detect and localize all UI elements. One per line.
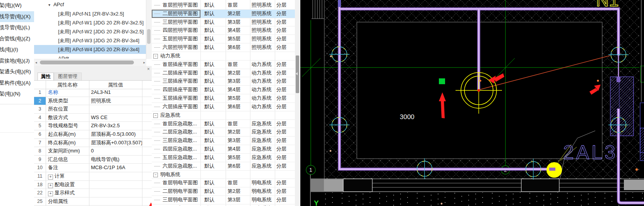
sheet-row[interactable]: 六层插座平面图默认第6层动力系统分层 bbox=[152, 103, 295, 111]
sheet-row[interactable]: 首层插座平面图默认首层动力系统分层 bbox=[152, 61, 295, 69]
property-row-25[interactable]: 25分组属性 bbox=[34, 197, 152, 206]
property-row-4[interactable]: 4敷设方式WS CE bbox=[34, 114, 152, 122]
collapse-minus-icon[interactable]: − bbox=[153, 54, 158, 59]
sheet-system: 应急系统 bbox=[252, 128, 274, 136]
property-row-9[interactable]: 9汇总信息电线导管(电) bbox=[34, 156, 152, 164]
sheet-row[interactable]: 二层弱电平面图默认第2层弱电系统分层 bbox=[152, 187, 295, 196]
tree-horizontal-scrollbar[interactable]: ◂ ▸ bbox=[34, 59, 146, 66]
chevron-down-icon[interactable]: ▾ bbox=[48, 0, 52, 10]
sheet-group-row[interactable]: −弱电系统 bbox=[152, 171, 295, 179]
sheet-row[interactable]: 四层照明平面图默认第4层照明系统分层 bbox=[152, 26, 295, 35]
sheet-row[interactable]: 四层插座平面图默认第4层动力系统分层 bbox=[152, 86, 295, 94]
tree-group-apcf[interactable]: ▾ APcf bbox=[34, 0, 152, 9]
sheet-row[interactable]: 三层应急疏散...默认第3层应急系统分层 bbox=[152, 137, 295, 145]
tree-item-4[interactable]: [未用] APcf-W4 [JDG 20 ZR-BV-3x4] bbox=[34, 45, 152, 54]
sidebar-item-1[interactable]: 线导管(电)(X) bbox=[0, 11, 34, 23]
collapse-minus-icon[interactable]: − bbox=[153, 113, 158, 118]
sheet-row[interactable]: 首层弱电平面图默认首层弱电系统分层 bbox=[152, 179, 295, 187]
expand-plus-icon[interactable]: + bbox=[48, 175, 53, 180]
sheet-floor: 第5层 bbox=[228, 35, 249, 43]
property-name: 起点标高(m) bbox=[46, 130, 91, 138]
sheet-layer: 分层 bbox=[276, 154, 294, 162]
expand-plus-icon[interactable]: + bbox=[48, 183, 53, 188]
property-row-5[interactable]: 5导线规格型号ZR-BV-3x2.5 bbox=[34, 122, 152, 130]
property-row-number: 25 bbox=[34, 197, 46, 206]
sheet-name: 二层应急疏散... bbox=[163, 128, 200, 136]
close-icon[interactable]: × bbox=[147, 67, 150, 71]
shaft-column[interactable] bbox=[610, 77, 634, 136]
sheet-row[interactable]: 二层应急疏散...默认第2层应急系统分层 bbox=[152, 128, 295, 137]
sheet-name: 六层应急疏散... bbox=[163, 162, 200, 170]
sidebar-item-8[interactable]: 架(电)(N) bbox=[0, 88, 34, 100]
tab-layer-management[interactable]: 图层管理 bbox=[54, 73, 82, 80]
sheet-system: 动力系统 bbox=[252, 103, 274, 111]
tree-item-0[interactable]: [未用] APcf-N1 [ZR-BV-3x2.5] bbox=[34, 9, 152, 18]
sidebar-item-5[interactable]: 雷接地(电)(J) bbox=[0, 55, 34, 67]
property-row-22[interactable]: 22+显示样式 bbox=[34, 189, 152, 197]
sheet-row[interactable]: 三层照明平面图默认第3层照明系统分层 bbox=[152, 18, 295, 27]
property-row-8[interactable]: 8支架间距(mm)0 bbox=[34, 147, 152, 156]
sidebar-item-7[interactable]: 星构件(电)(A) bbox=[0, 78, 34, 89]
sheet-row[interactable]: 首层应急疏散...默认首层应急系统分层 bbox=[152, 120, 295, 128]
sidebar-item-2[interactable]: 缆导管(电)(L) bbox=[0, 22, 34, 33]
sheet-group-row[interactable]: −动力系统 bbox=[152, 52, 295, 61]
panel-label-n1: N1 bbox=[596, 0, 619, 10]
property-name: 敷设方式 bbox=[46, 114, 91, 122]
sheet-row[interactable]: 二层插座平面图默认第2层动力系统分层 bbox=[152, 69, 295, 78]
sheet-row[interactable]: 三层插座平面图默认第3层动力系统分层 bbox=[152, 77, 295, 86]
property-row-6[interactable]: 6起点标高(m)层顶标高-0.5(3.000) bbox=[34, 130, 152, 139]
sheet-row[interactable]: 四层应急疏散...默认第4层应急系统分层 bbox=[152, 145, 295, 154]
sheet-scale: 默认 bbox=[204, 18, 224, 26]
expand-plus-icon[interactable]: + bbox=[48, 191, 53, 196]
property-row-number: 7 bbox=[34, 139, 46, 147]
sheet-floor: 第5层 bbox=[228, 94, 249, 102]
tree-item-3[interactable]: [未用] APcf-W3 [JDG 20 ZR-BV-3x4] bbox=[34, 36, 152, 45]
sheet-group-row[interactable]: −应急系统 bbox=[152, 111, 295, 120]
property-row-3[interactable]: 3所在位置 bbox=[34, 105, 152, 114]
scroll-right-icon[interactable]: ▸ bbox=[143, 60, 145, 65]
property-row-7[interactable]: 7终点标高(m)层顶标高+0.007(3.507) bbox=[34, 139, 152, 147]
sheet-layer: 分层 bbox=[276, 69, 294, 77]
property-row-1[interactable]: 1名称2AL3-N1 bbox=[34, 88, 152, 97]
sheet-row[interactable]: 五层应急疏散...默认第5层应急系统分层 bbox=[152, 154, 295, 162]
app-window: 架(电)(W)线导管(电)(X)缆导管(电)(L)合管线(电)(Z)线(电)(I… bbox=[0, 0, 644, 206]
tree-branch-line bbox=[154, 158, 160, 158]
property-row-2[interactable]: 2系统类型照明系统 bbox=[34, 97, 152, 106]
tree-hscroll-thumb[interactable] bbox=[40, 61, 134, 64]
highlighted-wire[interactable] bbox=[480, 55, 610, 90]
sheet-vertical-scrollbar[interactable] bbox=[295, 0, 301, 206]
cad-canvas[interactable]: 1 2 bbox=[300, 0, 644, 206]
property-row-11[interactable]: 11+计算 bbox=[34, 172, 152, 181]
sheet-row[interactable]: 五层照明平面图默认第5层照明系统分层 bbox=[152, 35, 295, 43]
sidebar-item-6[interactable]: 架通头(电)(R) bbox=[0, 66, 34, 78]
property-row-number: 2 bbox=[34, 97, 46, 105]
sheet-row[interactable]: 首层照明平面图默认首层照明系统分层 bbox=[152, 1, 295, 10]
tree-item-2[interactable]: [未用] APcf-W2 [JDG 20 ZR-BV-3x2.5] bbox=[34, 27, 152, 36]
device-grip-point[interactable] bbox=[478, 89, 480, 92]
tree-vertical-scrollbar[interactable] bbox=[146, 0, 152, 59]
property-row-18[interactable]: 18+配电设置 bbox=[34, 181, 152, 189]
green-square-marker[interactable] bbox=[439, 78, 445, 84]
sheet-row[interactable]: 三层弱电平面图默认第3层弱电系统分层 bbox=[152, 196, 295, 204]
splitter-collapse-icon[interactable] bbox=[296, 72, 298, 75]
property-row-number: 22 bbox=[34, 189, 46, 197]
sheet-layer: 分层 bbox=[276, 187, 294, 196]
sidebar-item-3[interactable]: 合管线(电)(Z) bbox=[0, 33, 34, 45]
sheet-floor: 第3层 bbox=[228, 18, 249, 26]
sidebar-item-4[interactable]: 线(电)(I) bbox=[0, 44, 34, 55]
junction-ball[interactable] bbox=[546, 162, 562, 178]
tree-item-partial[interactable]: APdt bbox=[34, 54, 152, 59]
tab-properties[interactable]: 属性 bbox=[38, 73, 54, 80]
collapse-minus-icon[interactable]: − bbox=[153, 173, 158, 177]
sheet-scale: 默认 bbox=[204, 10, 224, 18]
tree-vscroll-thumb[interactable] bbox=[147, 29, 151, 44]
sheet-row[interactable]: 五层插座平面图默认第5层动力系统分层 bbox=[152, 94, 295, 103]
scroll-left-icon[interactable]: ◂ bbox=[35, 60, 37, 65]
sheet-row[interactable]: 六层照明平面图默认第6层照明系统分层 bbox=[152, 43, 295, 52]
tree-item-1[interactable]: [未用] APcf-W1 [JDG 20 ZR-BV-3x2.5] bbox=[34, 18, 152, 27]
sheet-row[interactable]: 六层应急疏散...默认第6层应急系统分层 bbox=[152, 162, 295, 171]
sheet-row[interactable]: 四层弱电平面图默认第4层弱电系统分层 bbox=[152, 204, 295, 206]
sidebar-item-0[interactable]: 架(电)(W) bbox=[0, 0, 34, 11]
sheet-row[interactable]: 二层照明平面图默认第2层照明系统分层 bbox=[152, 10, 295, 18]
property-row-10[interactable]: 10备注MCB-C/1P 16A bbox=[34, 164, 152, 172]
